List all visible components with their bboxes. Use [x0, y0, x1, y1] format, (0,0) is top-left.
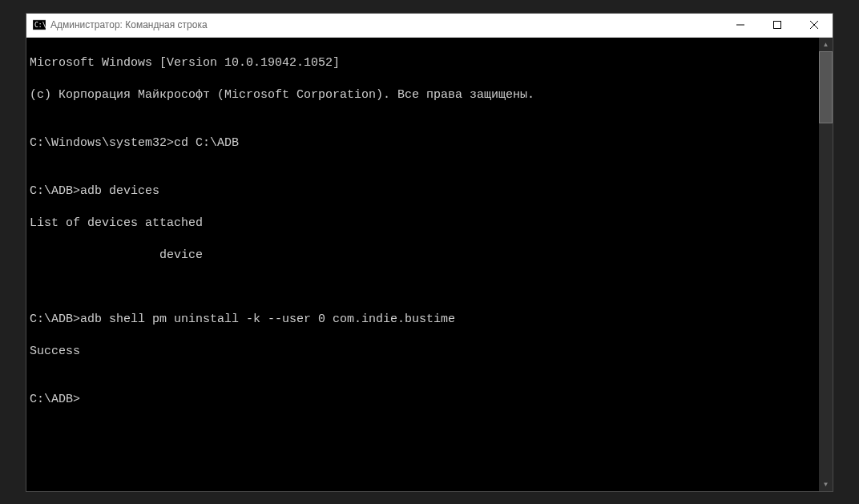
- terminal-area: Microsoft Windows [Version 10.0.19042.10…: [26, 38, 833, 491]
- terminal-line: Success: [30, 344, 816, 360]
- terminal-line: (c) Корпорация Майкрософт (Microsoft Cor…: [30, 87, 816, 103]
- maximize-button[interactable]: [759, 14, 796, 37]
- svg-rect-3: [774, 22, 781, 29]
- scroll-down-button[interactable]: ▼: [819, 478, 833, 491]
- scrollbar-thumb[interactable]: [819, 51, 833, 123]
- vertical-scrollbar[interactable]: ▲ ▼: [819, 38, 833, 491]
- scroll-up-button[interactable]: ▲: [819, 38, 833, 51]
- terminal-line: C:\ADB>adb shell pm uninstall -k --user …: [30, 312, 816, 328]
- svg-text:C:\: C:\: [34, 22, 46, 29]
- terminal-line: device: [30, 248, 816, 264]
- terminal-line: List of devices attached: [30, 216, 816, 232]
- window-title: Администратор: Командная строка: [50, 19, 722, 30]
- terminal-line: C:\Windows\system32>cd C:\ADB: [30, 135, 816, 151]
- titlebar[interactable]: C:\ Администратор: Командная строка: [26, 14, 833, 38]
- terminal-line: C:\ADB>adb devices: [30, 183, 816, 200]
- terminal-output[interactable]: Microsoft Windows [Version 10.0.19042.10…: [26, 38, 819, 491]
- terminal-line: C:\ADB>: [30, 392, 816, 408]
- command-prompt-window: C:\ Администратор: Командная строка Micr…: [26, 13, 833, 492]
- cmd-icon: C:\: [33, 18, 46, 31]
- close-button[interactable]: [796, 14, 833, 37]
- minimize-button[interactable]: [722, 14, 759, 37]
- window-controls: [722, 14, 833, 37]
- terminal-line: Microsoft Windows [Version 10.0.19042.10…: [30, 55, 816, 71]
